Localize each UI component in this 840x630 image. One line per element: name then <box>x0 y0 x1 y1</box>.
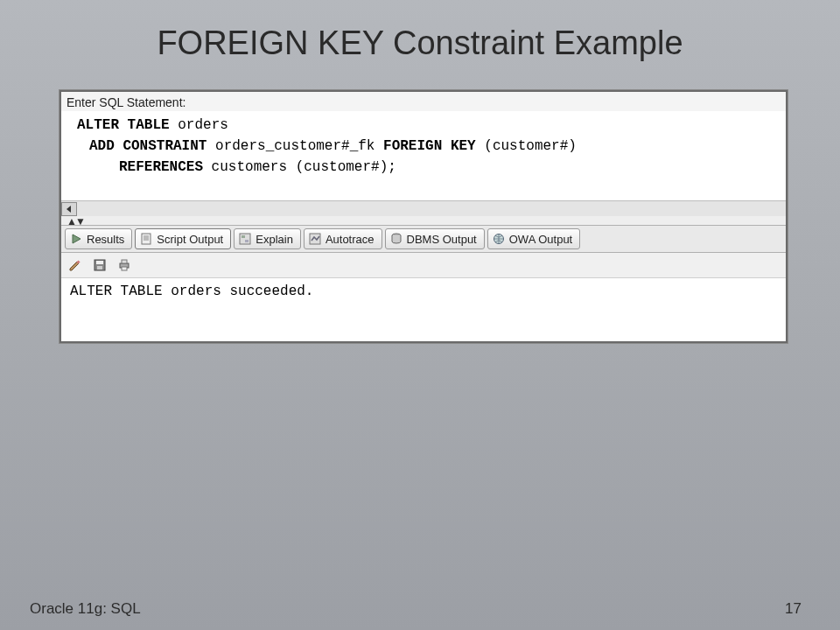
kw-alter-table: ALTER TABLE <box>77 117 170 133</box>
kw-references: REFERENCES <box>119 159 203 175</box>
svg-rect-8 <box>245 240 248 242</box>
edit-icon[interactable] <box>66 256 84 274</box>
pane-splitter[interactable]: ▲▼ <box>61 216 786 225</box>
kw-add-constraint: ADD CONSTRAINT <box>89 138 206 154</box>
tab-owa-output[interactable]: OWA Output <box>487 228 581 249</box>
tab-explain[interactable]: Explain <box>234 228 301 249</box>
svg-rect-15 <box>97 266 102 270</box>
sql-line-2: ADD CONSTRAINT orders_customer#_fk FOREI… <box>77 136 777 157</box>
footer-page-number: 17 <box>785 600 802 618</box>
scroll-left-arrow-icon[interactable] <box>61 202 77 216</box>
tab-results[interactable]: Results <box>65 228 132 249</box>
tab-label: DBMS Output <box>407 233 477 246</box>
tab-label: Explain <box>256 233 293 246</box>
autotrace-icon <box>308 232 322 246</box>
svg-rect-18 <box>122 267 127 270</box>
sql-line-3: REFERENCES customers (customer#); <box>77 157 777 178</box>
play-icon <box>69 232 83 246</box>
sql-app-panel: Enter SQL Statement: ALTER TABLE orders … <box>60 90 788 343</box>
slide-footer: Oracle 11g: SQL 17 <box>0 600 840 618</box>
svg-rect-2 <box>142 234 150 244</box>
slide-title: FOREIGN KEY Constraint Example <box>0 0 840 80</box>
kw-foreign-key: FOREIGN KEY <box>383 138 476 154</box>
sql-text: orders_customer#_fk <box>206 138 383 154</box>
output-toolbar <box>61 253 786 278</box>
sql-text: customers (customer#); <box>203 159 396 175</box>
sql-prompt-label: Enter SQL Statement: <box>61 92 786 111</box>
tab-dbms-output[interactable]: DBMS Output <box>385 228 485 249</box>
sql-text: (customer#) <box>476 138 577 154</box>
script-output-area[interactable]: ALTER TABLE orders succeeded. <box>61 278 786 341</box>
tab-autotrace[interactable]: Autotrace <box>304 228 382 249</box>
svg-marker-0 <box>66 206 71 213</box>
database-icon <box>389 232 403 246</box>
svg-rect-14 <box>96 261 103 264</box>
tab-label: Autotrace <box>326 233 374 246</box>
output-tabbar: Results Script Output Explain Autotrace … <box>61 225 786 253</box>
horizontal-scrollbar[interactable] <box>61 200 786 216</box>
tab-script-output[interactable]: Script Output <box>135 228 231 249</box>
footer-left: Oracle 11g: SQL <box>30 600 141 618</box>
tab-label: Script Output <box>157 233 223 246</box>
tab-label: OWA Output <box>509 233 573 246</box>
svg-marker-1 <box>73 234 80 243</box>
print-icon[interactable] <box>116 256 133 274</box>
sql-text: orders <box>170 117 228 133</box>
svg-rect-7 <box>242 235 245 238</box>
svg-rect-6 <box>240 234 250 244</box>
sql-line-1: ALTER TABLE orders <box>77 115 777 136</box>
sql-editor[interactable]: ALTER TABLE orders ADD CONSTRAINT orders… <box>61 111 786 200</box>
tab-label: Results <box>87 233 124 246</box>
output-message: ALTER TABLE orders succeeded. <box>70 284 777 299</box>
svg-rect-17 <box>122 260 127 263</box>
save-icon[interactable] <box>91 256 108 274</box>
globe-icon <box>492 232 506 246</box>
splitter-handle-icon: ▲▼ <box>66 215 84 228</box>
script-icon <box>139 232 153 246</box>
explain-icon <box>238 232 252 246</box>
